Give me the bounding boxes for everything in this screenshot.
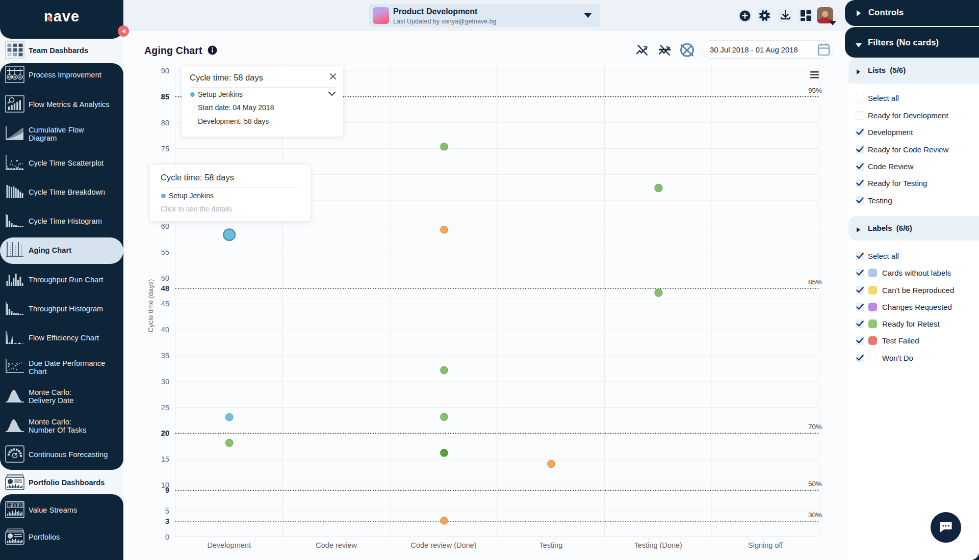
svg-text:Development: Development: [207, 541, 250, 549]
svg-text:0: 0: [165, 533, 169, 541]
svg-text:Signing off: Signing off: [748, 541, 783, 549]
svg-text:30: 30: [161, 378, 169, 386]
svg-text:$: $: [14, 504, 16, 508]
svg-text:55: 55: [161, 248, 169, 256]
svg-text:70%: 70%: [808, 423, 822, 431]
svg-text:75: 75: [161, 145, 169, 153]
svg-text:Cycle time (days): Cycle time (days): [147, 279, 154, 332]
svg-text:60: 60: [161, 222, 169, 230]
svg-text:85: 85: [161, 93, 169, 101]
svg-text:9: 9: [165, 486, 169, 494]
svg-text:80: 80: [161, 119, 169, 127]
svg-text:30%: 30%: [808, 511, 822, 519]
svg-text:85%: 85%: [808, 278, 822, 286]
svg-text:48: 48: [161, 284, 169, 292]
svg-text:Testing: Testing: [539, 541, 562, 549]
svg-text:45: 45: [161, 300, 169, 308]
svg-text:</>: </>: [8, 504, 13, 508]
svg-text:50: 50: [161, 274, 169, 282]
svg-text:35: 35: [161, 352, 169, 360]
svg-text:3: 3: [165, 517, 169, 525]
svg-text:✎: ✎: [19, 504, 22, 508]
svg-text:20: 20: [161, 429, 169, 437]
svg-text:Testing (Done): Testing (Done): [634, 541, 682, 549]
svg-text:90: 90: [161, 67, 169, 75]
svg-text:Code review: Code review: [316, 541, 357, 549]
svg-text:40: 40: [161, 326, 169, 334]
svg-text:50%: 50%: [808, 480, 822, 488]
svg-text:25: 25: [161, 404, 169, 412]
svg-text:95%: 95%: [808, 87, 822, 94]
svg-text:15: 15: [161, 455, 169, 463]
svg-text:Code review (Done): Code review (Done): [411, 541, 477, 549]
svg-text:5: 5: [165, 507, 169, 515]
